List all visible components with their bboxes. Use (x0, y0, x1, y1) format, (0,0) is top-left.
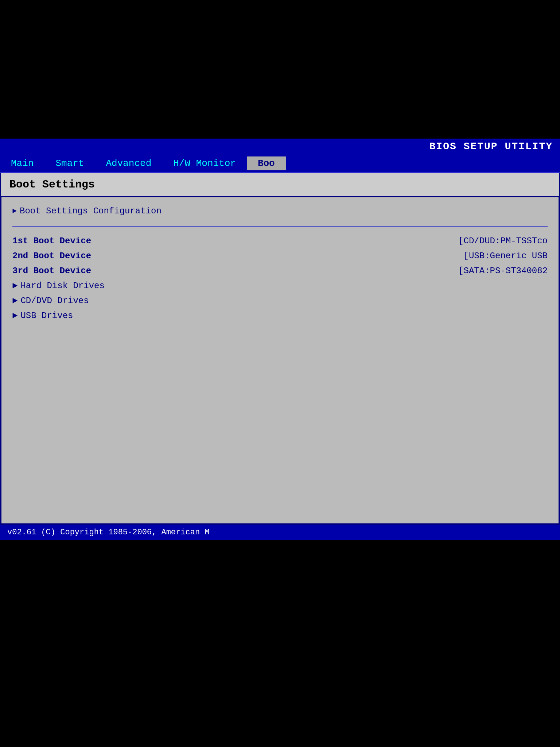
boot-device-3-label: 3rd Boot Device (12, 266, 91, 276)
menu-boot[interactable]: Boo (247, 156, 286, 170)
menu-bar: Main Smart Advanced H/W Monitor Boo (0, 154, 560, 173)
footer-bar: v02.61 (C) Copyright 1985-2006, American… (0, 525, 560, 540)
usb-drives-item[interactable]: ► USB Drives (12, 309, 548, 322)
content-area: Boot Settings ► Boot Settings Configurat… (0, 173, 560, 525)
submenu-label: Boot Settings Configuration (20, 206, 162, 216)
boot-device-1-value: [CD/DUD:PM-TSSTco (458, 236, 548, 246)
boot-device-3-value: [SATA:PS-ST340082 (458, 266, 548, 276)
bios-screen: BIOS SETUP UTILITY Main Smart Advanced H… (0, 0, 560, 747)
boot-device-2-label: 2nd Boot Device (12, 251, 91, 261)
boot-device-1-label: 1st Boot Device (12, 236, 91, 246)
usb-drives-label: USB Drives (20, 311, 73, 321)
footer-text: v02.61 (C) Copyright 1985-2006, American… (7, 528, 210, 537)
content-body: ► Boot Settings Configuration 1st Boot D… (1, 197, 559, 524)
hdd-arrow-icon: ► (12, 281, 18, 291)
cddvd-arrow-icon: ► (12, 296, 18, 306)
boot-device-2-value: [USB:Generic USB (464, 251, 548, 261)
section-header: Boot Settings (1, 173, 559, 197)
divider (12, 226, 548, 227)
boot-settings-config-item[interactable]: ► Boot Settings Configuration (12, 205, 548, 217)
submenu-arrow-icon: ► (12, 207, 17, 215)
section-title: Boot Settings (9, 178, 95, 191)
menu-hwmonitor[interactable]: H/W Monitor (162, 156, 247, 170)
cddvd-drives-label: CD/DVD Drives (20, 296, 89, 306)
bios-window: BIOS SETUP UTILITY Main Smart Advanced H… (0, 139, 560, 540)
menu-smart[interactable]: Smart (44, 156, 95, 170)
hard-disk-drives-label: Hard Disk Drives (20, 281, 104, 291)
bios-title: BIOS SETUP UTILITY (429, 141, 553, 152)
boot-device-1-row[interactable]: 1st Boot Device [CD/DUD:PM-TSSTco (12, 235, 548, 247)
boot-device-3-row[interactable]: 3rd Boot Device [SATA:PS-ST340082 (12, 264, 548, 277)
cddvd-drives-item[interactable]: ► CD/DVD Drives (12, 294, 548, 307)
hard-disk-drives-item[interactable]: ► Hard Disk Drives (12, 279, 548, 292)
boot-device-2-row[interactable]: 2nd Boot Device [USB:Generic USB (12, 249, 548, 262)
menu-advanced[interactable]: Advanced (95, 156, 162, 170)
menu-main[interactable]: Main (0, 156, 44, 170)
usb-arrow-icon: ► (12, 311, 18, 321)
title-bar: BIOS SETUP UTILITY (0, 139, 560, 154)
